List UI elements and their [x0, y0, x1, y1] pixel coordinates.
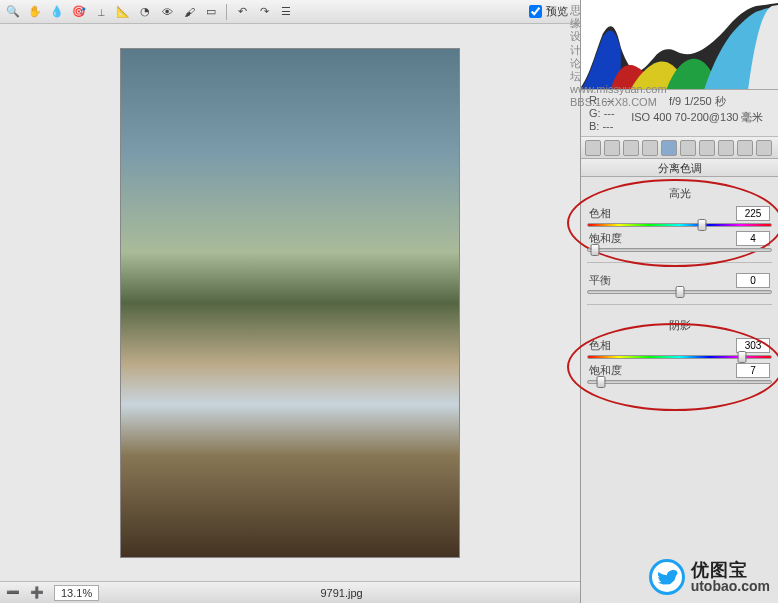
- tab-curve[interactable]: [604, 140, 620, 156]
- sliders-area: 高光 色相 225 饱和度 4 平衡 0: [581, 177, 778, 603]
- preview-checkbox[interactable]: 预览: [529, 4, 568, 19]
- tab-snapshots[interactable]: [756, 140, 772, 156]
- adjust-brush-icon[interactable]: 🖌: [180, 3, 198, 21]
- tab-hsl[interactable]: [642, 140, 658, 156]
- photo-preview: [120, 48, 460, 558]
- preview-label: 预览: [546, 4, 568, 19]
- hl-hue-thumb[interactable]: [698, 219, 707, 231]
- balance-thumb[interactable]: [675, 286, 684, 298]
- sh-hue-slider[interactable]: [587, 355, 772, 359]
- divider: [587, 304, 772, 305]
- hl-sat-slider[interactable]: [587, 248, 772, 252]
- hl-hue-value[interactable]: 225: [736, 206, 770, 221]
- tab-basic[interactable]: [585, 140, 601, 156]
- straighten-icon[interactable]: 📐: [114, 3, 132, 21]
- iso-lens-label: ISO 400 70-200@130 毫米: [625, 110, 770, 125]
- zoom-out-icon[interactable]: ➖: [6, 586, 20, 599]
- canvas-area[interactable]: [0, 24, 580, 581]
- rotate-ccw-icon[interactable]: ↶: [233, 3, 251, 21]
- rotate-cw-icon[interactable]: ↷: [255, 3, 273, 21]
- hl-hue-label: 色相: [589, 206, 611, 221]
- gradient-icon[interactable]: ▭: [202, 3, 220, 21]
- balance-value[interactable]: 0: [736, 273, 770, 288]
- filename-label: 9791.jpg: [320, 587, 362, 599]
- histogram: [581, 0, 778, 90]
- sh-hue-label: 色相: [589, 338, 611, 353]
- hl-sat-thumb[interactable]: [591, 244, 600, 256]
- sh-sat-slider[interactable]: [587, 380, 772, 384]
- crop-icon[interactable]: ⟂: [92, 3, 110, 21]
- panel-title: 分离色调: [581, 159, 778, 177]
- sh-sat-value[interactable]: 7: [736, 363, 770, 378]
- redeye-icon[interactable]: 👁: [158, 3, 176, 21]
- b-value: B: ---: [589, 120, 615, 132]
- sh-sat-thumb[interactable]: [596, 376, 605, 388]
- eyedropper-icon[interactable]: 💧: [48, 3, 66, 21]
- main-toolbar: 🔍 ✋ 💧 🎯 ⟂ 📐 ◔ 👁 🖌 ▭ ↶ ↷ ☰ 预览: [0, 0, 580, 24]
- zoom-icon[interactable]: 🔍: [4, 3, 22, 21]
- camera-info: R: --- G: --- B: --- f/9 1/250 秒 ISO 400…: [581, 90, 778, 137]
- tab-detail[interactable]: [623, 140, 639, 156]
- hl-hue-slider[interactable]: [587, 223, 772, 227]
- adjustment-tabs: [581, 137, 778, 159]
- tab-calib[interactable]: [718, 140, 734, 156]
- balance-slider[interactable]: [587, 290, 772, 294]
- balance-label: 平衡: [589, 273, 611, 288]
- separator: [226, 4, 227, 20]
- preview-toggle[interactable]: [529, 5, 542, 18]
- exposure-label: f/9 1/250 秒: [625, 94, 770, 109]
- zoom-level[interactable]: 13.1%: [54, 585, 99, 601]
- tab-split-toning[interactable]: [661, 140, 677, 156]
- tab-fx[interactable]: [699, 140, 715, 156]
- zoom-in-icon[interactable]: ➕: [30, 586, 44, 599]
- hand-icon[interactable]: ✋: [26, 3, 44, 21]
- tab-presets[interactable]: [737, 140, 753, 156]
- sh-hue-thumb[interactable]: [737, 351, 746, 363]
- r-value: R: ---: [589, 94, 615, 106]
- highlights-title: 高光: [587, 183, 772, 206]
- color-sampler-icon[interactable]: 🎯: [70, 3, 88, 21]
- prefs-icon[interactable]: ☰: [277, 3, 295, 21]
- divider: [587, 262, 772, 263]
- sh-sat-label: 饱和度: [589, 363, 622, 378]
- g-value: G: ---: [589, 107, 615, 119]
- status-bar: ➖ ➕ 13.1% 9791.jpg: [0, 581, 580, 603]
- hl-sat-value[interactable]: 4: [736, 231, 770, 246]
- shadows-title: 阴影: [587, 315, 772, 338]
- tab-lens[interactable]: [680, 140, 696, 156]
- spot-heal-icon[interactable]: ◔: [136, 3, 154, 21]
